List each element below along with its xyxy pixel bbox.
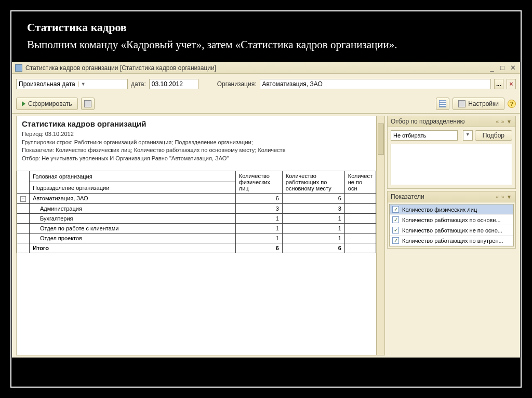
table-row: Отдел по работе с клиентами 1 1 (17, 223, 376, 233)
scroll-thumb[interactable] (378, 123, 384, 155)
minimize-button[interactable]: _ (488, 64, 496, 72)
org-picker-button[interactable]: ... (494, 79, 503, 89)
side-panel: Отбор по подразделению « » ▼ Не отбирать… (387, 116, 516, 355)
chevrons-icon[interactable]: « » ▼ (496, 194, 512, 200)
checkbox[interactable]: ✓ (392, 227, 399, 234)
slide-header: Статистика кадров Выполним команду «Кадр… (11, 21, 521, 58)
slide-subtitle: Выполним команду «Кадровый учет», затем … (27, 37, 505, 52)
col-header-count-main: Количество работающих по основному месту (282, 171, 344, 193)
table-row: Администрация 3 3 (17, 203, 376, 213)
table-row: − Автоматизация, ЗАО 6 6 (17, 193, 376, 203)
indicator-item[interactable]: ✓ Количество работающих по внутрен... (390, 236, 513, 246)
indicator-list: ✓ Количество физических лиц ✓ Количество… (389, 204, 514, 246)
report-indicators: Показатели: Количество физических лиц; К… (22, 146, 371, 154)
titlebar: Статистика кадров организации [Статистик… (12, 62, 520, 74)
col-header-count-phys: Количество физических лиц (235, 171, 282, 193)
indicator-item[interactable]: ✓ Количество работающих по основн... (390, 215, 513, 225)
collapse-button[interactable]: − (20, 196, 26, 202)
checkbox[interactable]: ✓ (392, 206, 399, 213)
report-title: Статистика кадров организаций (22, 119, 371, 128)
settings-icon (458, 100, 466, 107)
print-button[interactable] (81, 98, 95, 110)
report-header: Статистика кадров организаций Период: 03… (17, 116, 376, 166)
table-total-row: Итого 6 6 (17, 243, 376, 253)
scrollbar-vertical[interactable] (377, 116, 385, 355)
date-label: дата: (131, 80, 146, 88)
org-label: Организация: (217, 80, 257, 88)
chevron-down-icon[interactable]: ▼ (463, 130, 473, 141)
table-row: Отдел проектов 1 1 (17, 233, 376, 243)
checkbox[interactable]: ✓ (392, 237, 399, 244)
table-row: Бухгалтерия 1 1 (17, 213, 376, 223)
pick-button[interactable]: Подбор (475, 130, 512, 141)
filter-panel-header: Отбор по подразделению « » ▼ (388, 116, 515, 127)
slide-title: Статистика кадров (27, 21, 505, 34)
grid-icon (439, 100, 446, 107)
period-type-select[interactable]: Произвольная дата ▼ (16, 79, 128, 89)
content-area: Статистика кадров организаций Период: 03… (12, 114, 520, 358)
app-window: Статистика кадров организации [Статистик… (12, 62, 520, 351)
filter-mode-select[interactable]: Не отбирать (391, 130, 458, 141)
col-header-dept: Подразделение организации (30, 182, 236, 194)
print-icon (84, 100, 91, 107)
col-header-count-not: Количест не по осн (344, 171, 376, 193)
play-icon (22, 101, 25, 106)
generate-button[interactable]: Сформировать (16, 98, 78, 110)
report-table: Головная организация Количество физическ… (17, 171, 376, 253)
department-list[interactable] (391, 144, 512, 185)
chevrons-icon[interactable]: « » ▼ (496, 119, 512, 125)
indicator-item[interactable]: ✓ Количество работающих не по осно... (390, 225, 513, 236)
report-filter: Отбор: Не учитывать уволенных И Организа… (22, 155, 371, 162)
toolbar: Сформировать Настройки ? (12, 94, 520, 114)
maximize-button[interactable]: □ (498, 64, 507, 72)
org-input[interactable]: Автоматизация, ЗАО (260, 79, 491, 89)
close-button[interactable]: ✕ (509, 64, 517, 72)
col-header-org: Головная организация (30, 171, 236, 182)
settings-button[interactable]: Настройки (453, 98, 504, 110)
grid-button[interactable] (436, 98, 449, 110)
report-period: Период: 03.10.2012 (22, 130, 371, 138)
filters-row: Произвольная дата ▼ дата: 03.10.2012 Орг… (12, 74, 520, 94)
indicators-panel: Показатели « » ▼ ✓ Количество физических… (387, 191, 516, 249)
tree-column (17, 171, 30, 193)
slide-frame: Статистика кадров Выполним команду «Кадр… (10, 10, 522, 388)
org-clear-button[interactable]: × (507, 79, 516, 89)
window-title: Статистика кадров организации [Статистик… (25, 64, 216, 72)
indicator-item[interactable]: ✓ Количество физических лиц (390, 204, 513, 215)
filter-panel: Отбор по подразделению « » ▼ Не отбирать… (387, 116, 516, 189)
app-icon (15, 64, 22, 72)
indicators-panel-header: Показатели « » ▼ (388, 191, 515, 202)
report-grouping: Группировки строк: Работники организаций… (22, 139, 371, 146)
report-pane: Статистика кадров организаций Период: 03… (16, 116, 377, 355)
date-input[interactable]: 03.10.2012 (149, 79, 198, 89)
chevron-down-icon: ▼ (78, 81, 86, 87)
help-button[interactable]: ? (508, 100, 516, 108)
checkbox[interactable]: ✓ (392, 216, 399, 223)
